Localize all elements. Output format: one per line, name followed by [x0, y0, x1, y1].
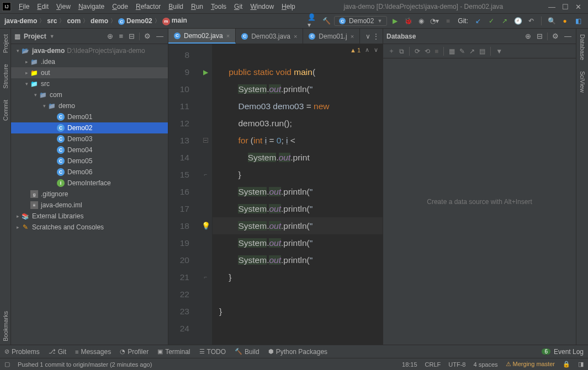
- db-filter-button[interactable]: ▼: [494, 47, 504, 55]
- hide-panel-button[interactable]: —: [155, 32, 165, 40]
- line-separator[interactable]: CRLF: [425, 361, 441, 368]
- tree-row[interactable]: CDemo05: [11, 155, 168, 167]
- code-lines[interactable]: public static void main( System.out.prin…: [213, 44, 383, 345]
- menu-tools[interactable]: Tools: [208, 2, 230, 12]
- tree-row[interactable]: ▸out: [11, 67, 168, 78]
- db-jump-button[interactable]: ↗: [468, 47, 476, 55]
- db-edit-button[interactable]: ✎: [458, 47, 467, 55]
- bottom-tab-python-packages[interactable]: ⬢Python Packages: [268, 348, 327, 356]
- db-settings-button[interactable]: ⚙: [551, 32, 560, 40]
- breadcrumb-item[interactable]: com: [67, 17, 81, 25]
- editor-tab[interactable]: CDemo03.java×: [236, 29, 303, 44]
- tree-row[interactable]: CDemo02: [11, 122, 168, 133]
- select-opened-file-button[interactable]: ⊕: [106, 32, 114, 40]
- user-icon[interactable]: 👤▾: [308, 15, 319, 26]
- code-editor[interactable]: ▲ 1 ∧ ∨ 89101112131415161718192021222324…: [168, 44, 383, 345]
- menu-window[interactable]: Window: [247, 2, 277, 12]
- tree-row[interactable]: ▸External Libraries: [11, 211, 168, 222]
- tool-tab-structure[interactable]: Structure: [1, 61, 10, 92]
- event-log-button[interactable]: 6Event Log: [542, 348, 584, 356]
- menu-run[interactable]: Run: [188, 2, 206, 12]
- breadcrumb-item[interactable]: java-demo: [4, 17, 37, 25]
- code-with-me-button[interactable]: ◧: [573, 15, 584, 26]
- menu-file[interactable]: File: [15, 2, 33, 12]
- collapse-all-button[interactable]: ⊟: [128, 32, 136, 40]
- breadcrumb-item[interactable]: mmain: [162, 17, 187, 25]
- close-tab-icon[interactable]: ×: [351, 33, 354, 40]
- tree-row[interactable]: ▾com: [11, 89, 168, 100]
- menu-git[interactable]: Git: [231, 2, 246, 12]
- git-branch-indicator[interactable]: Merging master: [506, 361, 555, 368]
- close-tab-icon[interactable]: ×: [226, 33, 230, 39]
- db-console-button[interactable]: ▤: [478, 47, 487, 55]
- tool-tab-bookmarks[interactable]: Bookmarks: [1, 308, 10, 345]
- profile-button[interactable]: ◔▾: [429, 15, 440, 26]
- tree-row[interactable]: IDemoInterface: [11, 178, 168, 189]
- editor-tab[interactable]: CDemo02.java×: [168, 29, 236, 44]
- tree-row[interactable]: ▾src: [11, 78, 168, 89]
- bottom-tab-git[interactable]: ⎇Git: [49, 348, 66, 356]
- tree-row[interactable]: CDemo03: [11, 133, 168, 144]
- run-gutter-icon[interactable]: ▶: [203, 68, 208, 76]
- db-collapse-button[interactable]: ⊟: [536, 32, 544, 40]
- coverage-button[interactable]: ◉: [416, 15, 427, 26]
- tree-row[interactable]: CDemo01: [11, 111, 168, 122]
- gutter-marks[interactable]: ▶−⌐💡⌐: [199, 44, 213, 345]
- db-hide-button[interactable]: —: [563, 32, 573, 40]
- intention-bulb-icon[interactable]: 💡: [202, 222, 210, 230]
- db-view-button[interactable]: ⊕: [524, 32, 532, 40]
- menu-help[interactable]: Help: [278, 2, 299, 12]
- debug-button[interactable]: 🐞: [402, 15, 414, 26]
- fold-icon[interactable]: −: [203, 138, 208, 143]
- menu-view[interactable]: View: [53, 2, 74, 12]
- menu-edit[interactable]: Edit: [34, 2, 52, 12]
- bottom-tab-todo[interactable]: ☰TODO: [199, 348, 226, 356]
- git-history-button[interactable]: 🕘: [512, 15, 523, 26]
- maximize-button[interactable]: ☐: [562, 3, 569, 11]
- indent-setting[interactable]: 4 spaces: [473, 361, 497, 368]
- tree-row[interactable]: ▸.idea: [11, 56, 168, 67]
- build-button[interactable]: 🔨: [321, 15, 332, 26]
- stop-button[interactable]: ■: [442, 15, 453, 26]
- bottom-tab-problems[interactable]: ⊘Problems: [4, 348, 40, 356]
- tree-row[interactable]: ≡java-demo.iml: [11, 200, 168, 211]
- close-button[interactable]: ✕: [575, 3, 581, 11]
- db-sync-button[interactable]: ⟲: [423, 47, 432, 55]
- close-tab-icon[interactable]: ×: [294, 33, 297, 40]
- git-rollback-button[interactable]: ↶: [526, 15, 537, 26]
- search-everywhere-button[interactable]: 🔍: [546, 15, 557, 26]
- bottom-tab-profiler[interactable]: ◔Profiler: [120, 348, 149, 356]
- tool-tab-sciview[interactable]: SciView: [578, 68, 587, 96]
- tree-row[interactable]: ▾demo: [11, 100, 168, 111]
- git-pull-button[interactable]: ↙: [473, 15, 484, 26]
- tool-tab-commit[interactable]: Commit: [1, 96, 10, 124]
- breadcrumb-item[interactable]: src: [47, 17, 57, 25]
- db-duplicate-button[interactable]: ⧉: [398, 47, 406, 55]
- file-encoding[interactable]: UTF-8: [448, 361, 465, 368]
- menu-code[interactable]: Code: [109, 2, 131, 12]
- tabs-list-button[interactable]: ⋮: [373, 33, 379, 40]
- tree-row[interactable]: CDemo06: [11, 167, 168, 178]
- tree-row[interactable]: g.gitignore: [11, 189, 168, 200]
- tool-tab-database[interactable]: Database: [578, 31, 587, 63]
- prev-highlight-button[interactable]: ∧: [365, 46, 369, 53]
- bottom-tab-terminal[interactable]: ▣Terminal: [157, 348, 190, 356]
- db-stop-button[interactable]: ■: [433, 47, 440, 55]
- tool-tab-project[interactable]: Project: [1, 31, 10, 56]
- bottom-tab-build[interactable]: 🔨Build: [235, 348, 259, 356]
- inspection-widget[interactable]: ▲ 1 ∧ ∨: [350, 46, 378, 53]
- ide-settings-button[interactable]: ●: [559, 15, 570, 26]
- panel-settings-button[interactable]: ⚙: [143, 32, 152, 40]
- next-highlight-button[interactable]: ∨: [374, 46, 378, 53]
- tree-row[interactable]: ▸✎Scratches and Consoles: [11, 222, 168, 233]
- editor-tab[interactable]: CDemo01.j×: [303, 29, 360, 44]
- git-push-button[interactable]: ↗: [499, 15, 510, 26]
- tabs-dropdown-button[interactable]: ∨: [365, 33, 370, 40]
- caret-position[interactable]: 18:15: [402, 361, 417, 368]
- lock-icon[interactable]: 🔒: [563, 361, 570, 368]
- tree-row[interactable]: ▾java-demoD:\IdeaProjects\java-demo: [11, 45, 168, 56]
- db-table-button[interactable]: ▦: [447, 47, 457, 55]
- breadcrumb-item[interactable]: demo: [91, 17, 108, 25]
- memory-indicator-icon[interactable]: ◨: [578, 361, 584, 368]
- db-add-button[interactable]: ＋: [386, 46, 396, 56]
